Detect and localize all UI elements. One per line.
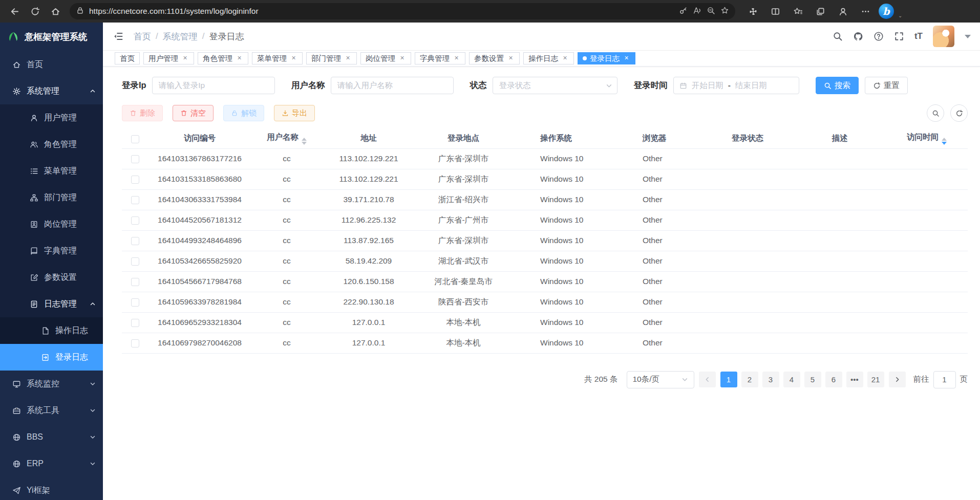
row-checkbox[interactable] bbox=[131, 176, 139, 184]
header-visit-time[interactable]: 访问时间 bbox=[886, 129, 968, 148]
browser-menu-dots-icon[interactable] bbox=[856, 3, 875, 20]
tab[interactable]: 角色管理 × bbox=[198, 52, 248, 64]
header-user-name[interactable]: 用户名称 bbox=[251, 129, 323, 148]
reset-button[interactable]: 重置 bbox=[865, 77, 908, 94]
table-row[interactable]: 1641069798270046208 cc 127.0.0.1 本地-本机 W… bbox=[122, 333, 968, 353]
row-checkbox[interactable] bbox=[131, 196, 139, 204]
browser-profile-icon[interactable] bbox=[834, 3, 852, 20]
row-checkbox[interactable] bbox=[131, 319, 139, 327]
toggle-search-icon[interactable] bbox=[927, 104, 944, 122]
header-address[interactable]: 地址 bbox=[323, 129, 415, 148]
table-row[interactable]: 1641069652933218304 cc 127.0.0.1 本地-本机 W… bbox=[122, 312, 968, 333]
status-select-input[interactable] bbox=[493, 77, 617, 94]
page-button[interactable]: 1 bbox=[720, 372, 737, 387]
row-checkbox[interactable] bbox=[131, 339, 139, 347]
row-checkbox[interactable] bbox=[131, 298, 139, 307]
bing-copilot-icon[interactable]: b bbox=[879, 4, 894, 19]
row-checkbox[interactable] bbox=[131, 278, 139, 286]
page-button[interactable]: 6 bbox=[825, 372, 842, 387]
browser-back-button[interactable] bbox=[5, 3, 24, 20]
table-row[interactable]: 1641043063331753984 cc 39.171.210.78 浙江省… bbox=[122, 189, 968, 210]
page-button[interactable]: 21 bbox=[867, 372, 884, 387]
start-date-placeholder[interactable]: 开始日期 bbox=[692, 80, 723, 91]
sidebar-item-yi-framework[interactable]: Yi框架 bbox=[0, 477, 103, 500]
tab[interactable]: 菜单管理 × bbox=[252, 52, 303, 64]
add-favorite-star-icon[interactable] bbox=[720, 6, 729, 17]
table-row[interactable]: 1641053426655825920 cc 58.19.42.209 湖北省-… bbox=[122, 251, 968, 271]
header-visit-id[interactable]: 访问编号 bbox=[148, 129, 251, 148]
sidebar-item-operation-log[interactable]: 操作日志 bbox=[0, 317, 103, 344]
table-row[interactable]: 1641031533185863680 cc 113.102.129.221 广… bbox=[122, 169, 968, 189]
row-checkbox[interactable] bbox=[131, 257, 139, 266]
search-button[interactable]: 搜索 bbox=[816, 77, 859, 94]
breadcrumb-system-management[interactable]: 系统管理 bbox=[163, 31, 198, 42]
favorites-star-icon[interactable] bbox=[789, 3, 807, 20]
zoom-out-icon[interactable] bbox=[707, 6, 715, 17]
page-button[interactable]: 4 bbox=[783, 372, 800, 387]
next-page-button[interactable] bbox=[889, 372, 906, 387]
goto-page-input[interactable] bbox=[933, 371, 956, 388]
select-all-checkbox[interactable] bbox=[131, 135, 139, 143]
breadcrumb-home[interactable]: 首页 bbox=[134, 31, 151, 42]
header-browser[interactable]: 浏览器 bbox=[614, 129, 701, 148]
fullscreen-icon[interactable] bbox=[894, 31, 904, 41]
font-size-icon[interactable]: tT bbox=[914, 31, 923, 41]
header-os[interactable]: 操作系统 bbox=[512, 129, 614, 148]
page-button[interactable]: 5 bbox=[804, 372, 821, 387]
login-ip-input[interactable] bbox=[152, 77, 275, 94]
sidebar-collapse-icon[interactable] bbox=[113, 31, 123, 41]
tab[interactable]: 参数设置 × bbox=[469, 52, 520, 64]
sidebar-item-parameter-settings[interactable]: 参数设置 bbox=[0, 264, 103, 291]
sidebar-item-department-management[interactable]: 部门管理 bbox=[0, 184, 103, 211]
tab-close-icon[interactable]: × bbox=[236, 55, 243, 62]
page-button[interactable]: 2 bbox=[741, 372, 758, 387]
help-question-icon[interactable] bbox=[874, 31, 884, 41]
table-row[interactable]: 1641059633978281984 cc 222.90.130.18 陕西省… bbox=[122, 292, 968, 312]
sidebar-item-role-management[interactable]: 角色管理 bbox=[0, 131, 103, 158]
header-login-location[interactable]: 登录地点 bbox=[415, 129, 512, 148]
tab-close-icon[interactable]: × bbox=[507, 55, 515, 62]
read-aloud-icon[interactable] bbox=[693, 6, 701, 17]
sidebar-item-bbs[interactable]: BBS bbox=[0, 424, 103, 450]
page-button[interactable]: ••• bbox=[846, 372, 863, 387]
sort-carets-icon[interactable] bbox=[942, 138, 947, 145]
tab[interactable]: 登录日志 × bbox=[578, 52, 635, 64]
address-bar[interactable]: https://ccnetcore.com:1101/system/log/lo… bbox=[70, 3, 735, 19]
sidebar-item-system-tools[interactable]: 系统工具 bbox=[0, 397, 103, 424]
unlock-button[interactable]: 解锁 bbox=[223, 105, 264, 121]
header-search-icon[interactable] bbox=[833, 31, 843, 41]
sidebar-item-user-management[interactable]: 用户管理 bbox=[0, 104, 103, 131]
tab-close-icon[interactable]: × bbox=[181, 55, 189, 62]
row-checkbox[interactable] bbox=[131, 216, 139, 225]
end-date-placeholder[interactable]: 结束日期 bbox=[735, 80, 767, 91]
sidebar-item-home[interactable]: 首页 bbox=[0, 51, 103, 78]
sidebar-item-system-monitor[interactable]: 系统监控 bbox=[0, 371, 103, 397]
sidebar-item-dict-management[interactable]: 字典管理 bbox=[0, 237, 103, 264]
tab-close-icon[interactable]: × bbox=[453, 55, 460, 62]
date-range-picker[interactable]: 开始日期 - 结束日期 bbox=[673, 77, 799, 94]
extensions-puzzle-icon[interactable] bbox=[743, 3, 762, 20]
header-description[interactable]: 描述 bbox=[794, 129, 886, 148]
browser-home-button[interactable] bbox=[46, 3, 65, 20]
sidebar-item-log-management[interactable]: 日志管理 bbox=[0, 291, 103, 317]
tab-close-icon[interactable]: × bbox=[344, 55, 352, 62]
tab[interactable]: 岗位管理 × bbox=[360, 52, 411, 64]
page-button[interactable]: 3 bbox=[762, 372, 779, 387]
avatar-caret-down-icon[interactable] bbox=[965, 35, 971, 38]
table-row[interactable]: 1641031367863177216 cc 113.102.129.221 广… bbox=[122, 148, 968, 169]
browser-refresh-button[interactable] bbox=[26, 3, 44, 20]
tab-close-icon[interactable]: × bbox=[623, 55, 630, 62]
user-avatar[interactable] bbox=[933, 26, 954, 47]
prev-page-button[interactable] bbox=[699, 372, 716, 387]
sort-carets-icon[interactable] bbox=[302, 138, 307, 145]
tab-close-icon[interactable]: × bbox=[290, 55, 297, 62]
sidebar-item-erp[interactable]: ERP bbox=[0, 450, 103, 477]
refresh-table-icon[interactable] bbox=[950, 104, 968, 122]
collections-icon[interactable] bbox=[811, 3, 829, 20]
table-row[interactable]: 1641044993248464896 cc 113.87.92.165 广东省… bbox=[122, 230, 968, 251]
row-checkbox[interactable] bbox=[131, 237, 139, 245]
table-row[interactable]: 1641054566717984768 cc 120.6.150.158 河北省… bbox=[122, 271, 968, 292]
export-button[interactable]: 导出 bbox=[274, 105, 315, 121]
page-size-select[interactable]: 10条/页 bbox=[627, 371, 694, 388]
tab[interactable]: 用户管理 × bbox=[143, 52, 194, 64]
